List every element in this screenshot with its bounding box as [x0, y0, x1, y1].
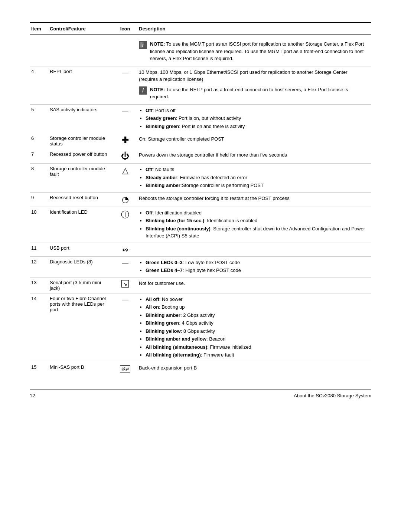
- cell-control: Identification LED: [48, 207, 115, 243]
- list-item: All blinking (alternating): Firmware fau…: [146, 351, 368, 359]
- cell-control: USB port: [48, 243, 115, 256]
- list-item: All on: Booting up: [146, 303, 368, 311]
- bullet-list: Off: Port is offSteady green: Port is on…: [139, 107, 368, 130]
- table-row: 15Mini-SAS port B城⇄Back-end expansion po…: [30, 362, 371, 375]
- cell-control: Mini-SAS port B: [48, 362, 115, 375]
- footer-right-text: About the SCv2080 Storage System: [294, 393, 371, 398]
- main-table: Item Control/Feature Icon Description i …: [30, 22, 371, 375]
- cell-description: Reboots the storage controller forcing i…: [137, 192, 371, 207]
- note-text: NOTE: To use the MGMT port as an iSCSI p…: [150, 40, 368, 62]
- list-item: Green LEDs 0–3: Low byte hex POST code: [146, 259, 368, 266]
- cell-item: 4: [30, 66, 48, 104]
- note-icon: i: [139, 86, 147, 95]
- table-row: 6Storage controller module status✚On: St…: [30, 133, 371, 149]
- cell-icon: ↭: [115, 243, 137, 256]
- list-item: Green LEDs 4–7: High byte hex POST code: [146, 267, 368, 274]
- cell-description: Off: No faultsSteady amber: Firmware has…: [137, 164, 371, 193]
- cell-control: SAS activity indicators: [48, 104, 115, 133]
- bullet-list: Off: Identification disabledBlinking blu…: [139, 209, 368, 240]
- cell-icon: ✚: [115, 133, 137, 149]
- cell-description: i NOTE: To use the MGMT port as an iSCSI…: [137, 35, 371, 66]
- cross-icon: ✚: [122, 135, 128, 145]
- note-text: NOTE: To use the RELP port as a front-en…: [150, 86, 368, 101]
- cell-control: Four or two Fibre Channel ports with thr…: [48, 293, 115, 362]
- list-item: Steady amber: Firmware has detected an e…: [146, 174, 368, 181]
- cell-item: 8: [30, 164, 48, 193]
- list-item: All blinking (simultaneous): Firmware in…: [146, 344, 368, 351]
- page-number: 12: [30, 393, 35, 398]
- cell-item: [30, 35, 48, 66]
- cell-icon: △: [115, 164, 137, 193]
- cell-control: REPL port: [48, 66, 115, 104]
- description-text: Reboots the storage controller forcing i…: [139, 195, 368, 202]
- reset-icon: ◔: [122, 195, 129, 204]
- page-container: Item Control/Feature Icon Description i …: [30, 22, 371, 398]
- warning-icon: △: [122, 166, 128, 175]
- cell-control: Storage controller module status: [48, 133, 115, 149]
- list-item: Blinking blue (continuously): Storage co…: [146, 225, 368, 240]
- cell-description: Off: Identification disabledBlinking blu…: [137, 207, 371, 243]
- cell-item: 11: [30, 243, 48, 256]
- cell-item: 7: [30, 149, 48, 164]
- cell-control: [48, 35, 115, 66]
- usb-icon: ↭: [122, 246, 128, 254]
- list-item: Blinking yellow: 8 Gbps activity: [146, 328, 368, 335]
- cell-icon: —: [115, 66, 137, 104]
- description-text: Powers down the storage controller if he…: [139, 151, 368, 159]
- cell-icon: [115, 35, 137, 66]
- cell-icon: ↘: [115, 277, 137, 293]
- cell-control: Recessed power off button: [48, 149, 115, 164]
- col-header-control: Control/Feature: [48, 23, 115, 35]
- cell-item: 12: [30, 256, 48, 277]
- cell-description: [137, 243, 371, 256]
- table-row: 5SAS activity indicators—Off: Port is of…: [30, 104, 371, 133]
- cell-control: Diagnostic LEDs (8): [48, 256, 115, 277]
- table-row: 8Storage controller module fault△Off: No…: [30, 164, 371, 193]
- cell-icon: 城⇄: [115, 362, 137, 375]
- serial-icon: ↘: [121, 280, 129, 288]
- cell-icon: ◔: [115, 192, 137, 207]
- bullet-list: All off: No powerAll on: Booting upBlink…: [139, 296, 368, 359]
- description-text: Not for customer use.: [139, 280, 368, 287]
- cell-description: Off: Port is offSteady green: Port is on…: [137, 104, 371, 133]
- list-item: Blinking amber:Storage controller is per…: [146, 182, 368, 189]
- page-footer: 12 About the SCv2080 Storage System: [30, 390, 371, 398]
- table-row: i NOTE: To use the MGMT port as an iSCSI…: [30, 35, 371, 66]
- cell-item: 5: [30, 104, 48, 133]
- cell-item: 10: [30, 207, 48, 243]
- table-row: 11USB port↭: [30, 243, 371, 256]
- cell-description: On: Storage controller completed POST: [137, 133, 371, 149]
- table-row: 9Recessed reset button◔Reboots the stora…: [30, 192, 371, 207]
- list-item: Blinking amber: 2 Gbps activity: [146, 312, 368, 319]
- cell-description: Not for customer use.: [137, 277, 371, 293]
- col-header-item: Item: [30, 23, 48, 35]
- table-row: 12Diagnostic LEDs (8)—Green LEDs 0–3: Lo…: [30, 256, 371, 277]
- col-header-icon: Icon: [115, 23, 137, 35]
- cell-item: 13: [30, 277, 48, 293]
- cell-control: Serial port (3.5 mm mini jack): [48, 277, 115, 293]
- list-item: Blinking blue (for 15 sec.): Identificat…: [146, 217, 368, 224]
- list-item: Blinking green: Port is on and there is …: [146, 123, 368, 130]
- cell-icon: —: [115, 256, 137, 277]
- table-row: 14Four or two Fibre Channel ports with t…: [30, 293, 371, 362]
- description-text: 10 Mbps, 100 Mbps, or 1 Gbps Ethernet/iS…: [139, 69, 368, 83]
- power-icon: ⏻: [121, 151, 129, 161]
- cell-icon: —: [115, 293, 137, 362]
- description-text: On: Storage controller completed POST: [139, 135, 368, 143]
- cell-description: Powers down the storage controller if he…: [137, 149, 371, 164]
- cell-icon: ⓘ: [115, 207, 137, 243]
- list-item: Off: Identification disabled: [146, 209, 368, 217]
- cell-item: 6: [30, 133, 48, 149]
- bullet-list: Green LEDs 0–3: Low byte hex POST codeGr…: [139, 259, 368, 274]
- list-item: Off: Port is off: [146, 107, 368, 114]
- info-icon: ⓘ: [121, 210, 129, 219]
- note-icon: i: [139, 41, 147, 49]
- col-header-description: Description: [137, 23, 371, 35]
- table-row: 10Identification LEDⓘOff: Identification…: [30, 207, 371, 243]
- table-row: 13Serial port (3.5 mm mini jack)↘Not for…: [30, 277, 371, 293]
- table-row: 7Recessed power off button⏻Powers down t…: [30, 149, 371, 164]
- list-item: Blinking green: 4 Gbps activity: [146, 319, 368, 327]
- cell-description: Back-end expansion port B: [137, 362, 371, 375]
- cell-item: 15: [30, 362, 48, 375]
- cell-control: Recessed reset button: [48, 192, 115, 207]
